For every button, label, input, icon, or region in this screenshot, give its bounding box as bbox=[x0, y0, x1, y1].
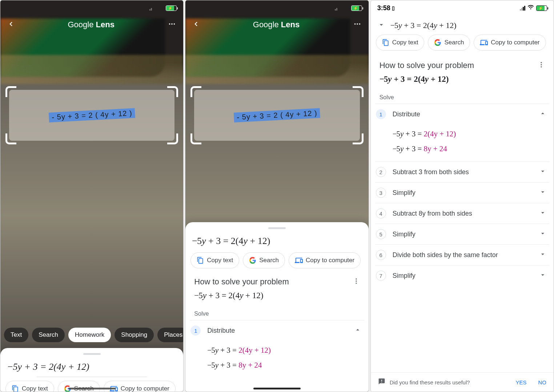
svg-point-8 bbox=[356, 283, 357, 284]
crop-handle-tr[interactable] bbox=[353, 86, 364, 97]
category-chips: Text Search Homework Shopping Places bbox=[0, 328, 183, 342]
copy-to-computer-button[interactable]: Copy to computer bbox=[104, 381, 176, 392]
back-button[interactable] bbox=[193, 21, 199, 29]
svg-point-10 bbox=[541, 64, 542, 65]
step-row-3[interactable]: 3 Simplify bbox=[371, 183, 554, 203]
solve-label: Solve bbox=[185, 305, 368, 320]
feedback-yes-button[interactable]: YES bbox=[515, 379, 526, 385]
step-row-2[interactable]: 2 Subtract 3 from both sides bbox=[371, 162, 554, 182]
chevron-down-icon bbox=[539, 251, 546, 259]
chip-homework[interactable]: Homework bbox=[68, 328, 111, 342]
battery-icon: ⚡ bbox=[351, 5, 362, 11]
step-number: 4 bbox=[376, 208, 386, 219]
section-menu-button[interactable] bbox=[538, 61, 545, 70]
copy-text-button[interactable]: Copy text bbox=[376, 35, 425, 51]
chip-places[interactable]: Places bbox=[157, 328, 183, 342]
wifi-icon bbox=[527, 4, 534, 12]
how-to-solve-heading: How to solve your problem bbox=[380, 61, 474, 70]
search-button[interactable]: Search bbox=[58, 381, 100, 392]
lens-title: Google Lens bbox=[253, 20, 300, 29]
chevron-up-icon bbox=[539, 110, 546, 119]
step-number: 5 bbox=[376, 229, 386, 239]
feedback-icon bbox=[378, 378, 385, 387]
sheet-grabber[interactable] bbox=[268, 227, 286, 229]
lens-header: Google Lens bbox=[0, 14, 183, 35]
crop-handle-br[interactable] bbox=[353, 133, 364, 144]
collapse-button[interactable] bbox=[377, 21, 385, 30]
solve-label: Solve bbox=[371, 89, 554, 104]
action-chips: Copy text Search Copy to computer bbox=[371, 35, 554, 53]
chevron-down-icon bbox=[539, 188, 546, 197]
search-button[interactable]: Search bbox=[243, 252, 285, 268]
problem-equation: −5y + 3 = 2(4y + 12) bbox=[371, 73, 554, 89]
copy-to-computer-button[interactable]: Copy to computer bbox=[474, 35, 546, 51]
parsed-equation: −5y + 3 = 2(4y + 12) bbox=[0, 359, 183, 377]
chip-search[interactable]: Search bbox=[32, 328, 65, 342]
step-row-5[interactable]: 5 Simplify bbox=[371, 224, 554, 244]
devices-icon bbox=[480, 39, 488, 47]
more-menu-button[interactable] bbox=[353, 20, 361, 29]
lens-header: Google Lens bbox=[185, 14, 368, 35]
sheet-grabber[interactable] bbox=[83, 353, 101, 355]
feedback-no-button[interactable]: NO bbox=[538, 379, 546, 385]
step-number: 2 bbox=[376, 167, 386, 177]
parsed-equation: −5y + 3 = 2(4y + 12) bbox=[390, 21, 457, 30]
status-time: 3:58 bbox=[377, 4, 390, 12]
svg-point-1 bbox=[171, 23, 173, 25]
copy-computer-label: Copy to computer bbox=[491, 39, 539, 46]
crop-handle-bl[interactable] bbox=[5, 133, 16, 144]
step-number: 6 bbox=[376, 250, 386, 260]
copy-computer-label: Copy to computer bbox=[121, 385, 169, 392]
step-body-1: −5y + 3 = 2(4y + 12) −5y + 3 = 8y + 24 bbox=[185, 341, 368, 378]
crop-selection[interactable]: - 5y + 3 = 2 ( 4y + 12 ) bbox=[5, 86, 178, 144]
crop-handle-bl[interactable] bbox=[190, 133, 201, 144]
screen-3: 3:58 ▯ ⚡ −5y + 3 = 2(4y + 12) Copy text … bbox=[370, 0, 554, 392]
svg-point-4 bbox=[357, 23, 358, 25]
step-row-6[interactable]: 6 Divide both sides by the same factor bbox=[371, 245, 554, 265]
result-sheet[interactable]: −5y + 3 = 2(4y + 12) Copy text Search Co… bbox=[0, 348, 183, 392]
step-label: Simplify bbox=[393, 231, 539, 238]
section-menu-button[interactable] bbox=[353, 277, 360, 286]
search-button[interactable]: Search bbox=[428, 35, 470, 51]
step-label: Simplify bbox=[393, 272, 539, 280]
copy-text-button[interactable]: Copy text bbox=[5, 381, 54, 392]
status-bar: 3:58 ▯ ⚡ bbox=[371, 0, 554, 14]
crop-handle-tr[interactable] bbox=[167, 86, 178, 97]
svg-point-2 bbox=[174, 23, 175, 25]
svg-point-9 bbox=[541, 62, 542, 63]
crop-handle-tl[interactable] bbox=[190, 86, 201, 97]
chevron-down-icon bbox=[539, 271, 546, 280]
lens-title: Google Lens bbox=[68, 20, 114, 29]
screen-1: 3:58 ▯ ⚡ Google Lens - 5y + 3 = 2 ( 4y +… bbox=[0, 0, 184, 392]
chevron-down-icon bbox=[539, 230, 546, 239]
step-row-1[interactable]: 1 Distribute bbox=[185, 320, 368, 341]
svg-point-3 bbox=[354, 23, 356, 25]
more-menu-button[interactable] bbox=[168, 20, 176, 29]
step-row-1[interactable]: 1 Distribute bbox=[371, 104, 554, 124]
chevron-down-icon bbox=[539, 168, 546, 176]
step-row-7[interactable]: 7 Simplify bbox=[371, 265, 554, 286]
copy-text-button[interactable]: Copy text bbox=[190, 252, 239, 268]
back-button[interactable] bbox=[8, 21, 14, 29]
copy-icon bbox=[382, 39, 389, 46]
home-indicator[interactable] bbox=[253, 388, 301, 389]
step-number: 1 bbox=[190, 325, 201, 336]
step-number: 7 bbox=[376, 271, 386, 281]
crop-handle-br[interactable] bbox=[167, 133, 178, 144]
chevron-down-icon bbox=[539, 209, 546, 218]
home-indicator[interactable] bbox=[68, 388, 116, 389]
result-sheet[interactable]: −5y + 3 = 2(4y + 12) Copy text Search Co… bbox=[185, 222, 368, 392]
battery-icon: ⚡ bbox=[536, 5, 547, 11]
parsed-equation: −5y + 3 = 2(4y + 12) bbox=[185, 233, 368, 251]
crop-handle-tl[interactable] bbox=[5, 86, 16, 97]
chip-shopping[interactable]: Shopping bbox=[115, 328, 154, 342]
search-label: Search bbox=[259, 257, 279, 264]
crop-selection[interactable]: - 5y + 3 = 2 ( 4y + 12 ) bbox=[190, 86, 363, 144]
step-row-4[interactable]: 4 Subtract 8y from both sides bbox=[371, 203, 554, 224]
copy-to-computer-button[interactable]: Copy to computer bbox=[289, 252, 361, 268]
svg-point-7 bbox=[356, 280, 357, 281]
chip-text[interactable]: Text bbox=[4, 328, 28, 342]
action-chips: Copy text Search Copy to computer bbox=[0, 379, 183, 392]
step-label: Distribute bbox=[393, 111, 539, 118]
step-body-1: −5y + 3 = 2(4y + 12) −5y + 3 = 8y + 24 bbox=[371, 124, 554, 161]
